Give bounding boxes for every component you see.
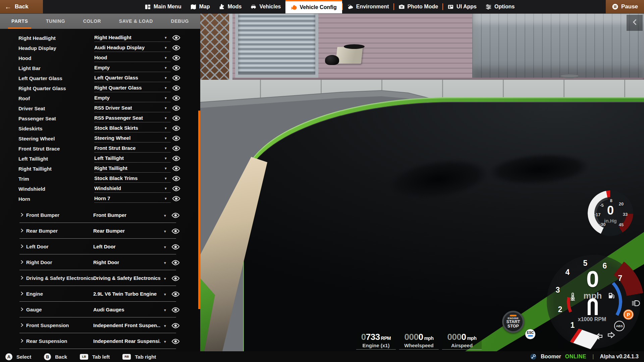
expand-chevron-icon[interactable] — [20, 212, 23, 218]
dropdown-caret-icon[interactable]: ▼ — [163, 324, 167, 328]
visibility-eye-icon[interactable] — [172, 45, 181, 51]
collapse-panel-button[interactable] — [627, 15, 643, 31]
visibility-eye-icon[interactable] — [171, 307, 180, 313]
part-group-row-gauge[interactable]: GaugeAudi Gauges▼ — [19, 302, 176, 317]
part-row-roof[interactable]: RoofEmpty▼ — [0, 93, 200, 103]
part-dropdown[interactable]: Horn 7 — [94, 194, 171, 203]
part-row-trim[interactable]: TrimStock Black Trims▼ — [0, 174, 200, 184]
part-row-light-bar[interactable]: Light BarEmpty▼ — [0, 63, 200, 73]
back-button[interactable]: ← Back — [0, 0, 43, 13]
expand-chevron-icon[interactable] — [20, 275, 23, 281]
dropdown-caret-icon[interactable]: ▼ — [163, 230, 167, 233]
visibility-eye-icon[interactable] — [172, 145, 181, 151]
part-dropdown[interactable]: Stock Black Skirts — [94, 124, 171, 132]
expand-chevron-icon[interactable] — [20, 259, 23, 265]
part-dropdown[interactable]: Steering Wheel — [94, 134, 171, 142]
menu-item-map[interactable]: Map — [186, 0, 214, 13]
part-dropdown[interactable]: Hood — [94, 54, 171, 62]
part-dropdown[interactable]: Left Taillight — [94, 154, 171, 163]
menu-item-mods[interactable]: Mods — [214, 0, 246, 13]
part-row-steering-wheel[interactable]: Steering WheelSteering Wheel▼ — [0, 133, 200, 143]
visibility-eye-icon[interactable] — [172, 75, 181, 81]
part-group-row-driving-safety-electronics[interactable]: Driving & Safety ElectronicsDriving & Sa… — [19, 270, 176, 286]
dropdown-caret-icon[interactable]: ▼ — [163, 245, 167, 249]
tab-color[interactable]: COLOR — [81, 13, 103, 29]
visibility-eye-icon[interactable] — [171, 291, 180, 297]
part-dropdown[interactable]: Right Headlight — [94, 34, 171, 42]
part-row-headup-display[interactable]: Headup DisplayAudi Headup Display▼ — [0, 43, 200, 53]
tab-debug[interactable]: DEBUG — [169, 13, 191, 29]
dropdown-caret-icon[interactable]: ▼ — [163, 277, 167, 281]
part-dropdown[interactable]: Windshield — [94, 184, 171, 193]
visibility-eye-icon[interactable] — [171, 339, 180, 344]
menu-item-vehicle-config[interactable]: Vehicle Config — [285, 0, 342, 13]
part-dropdown[interactable]: Right Quarter Glass — [94, 84, 171, 92]
dropdown-caret-icon[interactable]: ▼ — [163, 214, 167, 218]
menu-item-main-menu[interactable]: Main Menu — [140, 0, 186, 13]
dropdown-caret-icon[interactable]: ▼ — [164, 36, 167, 40]
visibility-eye-icon[interactable] — [172, 186, 181, 191]
part-dropdown[interactable]: Right Taillight — [94, 164, 171, 173]
visibility-eye-icon[interactable] — [172, 95, 181, 101]
pause-button[interactable]: Pause — [606, 0, 644, 13]
part-group-row-rear-bumper[interactable]: Rear BumperRear Bumper▼ — [19, 223, 176, 239]
dropdown-caret-icon[interactable]: ▼ — [163, 261, 167, 265]
part-group-row-rear-suspension[interactable]: Rear SuspensionIndependent Rear Suspensi… — [19, 333, 176, 349]
dropdown-caret-icon[interactable]: ▼ — [164, 116, 167, 120]
part-row-right-taillight[interactable]: Right TaillightRight Taillight▼ — [0, 164, 200, 174]
visibility-eye-icon[interactable] — [172, 105, 181, 111]
expand-chevron-icon[interactable] — [20, 322, 23, 328]
part-row-front-strut-brace[interactable]: Front Strut BraceFront Strut Brace▼ — [0, 143, 200, 154]
visibility-eye-icon[interactable] — [172, 65, 181, 71]
menu-item-vehicles[interactable]: Vehicles — [246, 0, 285, 13]
dropdown-caret-icon[interactable]: ▼ — [164, 157, 167, 160]
visibility-eye-icon[interactable] — [172, 35, 181, 41]
dropdown-caret-icon[interactable]: ▼ — [164, 96, 167, 100]
visibility-eye-icon[interactable] — [171, 213, 180, 218]
part-row-sideskirts[interactable]: SideskirtsStock Black Skirts▼ — [0, 123, 200, 133]
dropdown-caret-icon[interactable]: ▼ — [164, 86, 167, 90]
visibility-eye-icon[interactable] — [172, 115, 181, 121]
part-dropdown[interactable]: Left Quarter Glass — [94, 74, 171, 82]
engine-start-stop-button[interactable]: ENGINE START STOP — [502, 311, 524, 333]
part-row-left-quarter-glass[interactable]: Left Quarter GlassLeft Quarter Glass▼ — [0, 73, 200, 83]
visibility-eye-icon[interactable] — [171, 323, 180, 328]
visibility-eye-icon[interactable] — [172, 85, 181, 91]
dropdown-caret-icon[interactable]: ▼ — [163, 340, 167, 344]
dropdown-caret-icon[interactable]: ▼ — [164, 177, 167, 180]
dropdown-caret-icon[interactable]: ▼ — [164, 106, 167, 110]
expand-chevron-icon[interactable] — [20, 338, 23, 344]
part-dropdown[interactable]: Front Strut Brace — [94, 144, 171, 153]
part-dropdown[interactable]: Empty — [94, 64, 171, 72]
panel-scrollbar[interactable] — [198, 111, 200, 309]
dropdown-caret-icon[interactable]: ▼ — [164, 76, 167, 80]
tab-save-load[interactable]: SAVE & LOAD — [117, 13, 155, 29]
visibility-eye-icon[interactable] — [172, 135, 181, 141]
menu-item-photo-mode[interactable]: Photo Mode — [394, 0, 443, 13]
dropdown-caret-icon[interactable]: ▼ — [164, 66, 167, 70]
part-dropdown[interactable]: RS5 Passenger Seat — [94, 114, 171, 122]
dropdown-caret-icon[interactable]: ▼ — [164, 167, 167, 170]
part-dropdown[interactable]: Stock Black Trims — [94, 174, 171, 183]
dropdown-caret-icon[interactable]: ▼ — [163, 308, 167, 312]
menu-item-options[interactable]: Options — [481, 0, 519, 13]
tab-parts[interactable]: PARTS — [9, 13, 30, 29]
dropdown-caret-icon[interactable]: ▼ — [163, 293, 167, 296]
visibility-eye-icon[interactable] — [171, 228, 180, 234]
part-row-right-quarter-glass[interactable]: Right Quarter GlassRight Quarter Glass▼ — [0, 83, 200, 93]
dropdown-caret-icon[interactable]: ▼ — [164, 146, 167, 150]
part-dropdown[interactable]: RS5 Driver Seat — [94, 104, 171, 112]
part-group-row-front-bumper[interactable]: Front BumperFront Bumper▼ — [19, 207, 176, 223]
expand-chevron-icon[interactable] — [20, 291, 23, 296]
visibility-eye-icon[interactable] — [171, 260, 180, 265]
visibility-eye-icon[interactable] — [171, 244, 180, 250]
dropdown-caret-icon[interactable]: ▼ — [164, 197, 167, 200]
part-row-horn[interactable]: HornHorn 7▼ — [0, 194, 200, 204]
part-row-windshield[interactable]: WindshieldWindshield▼ — [0, 184, 200, 194]
menu-item-environment[interactable]: Environment — [343, 0, 393, 13]
dropdown-caret-icon[interactable]: ▼ — [164, 126, 167, 130]
dropdown-caret-icon[interactable]: ▼ — [164, 136, 167, 140]
dropdown-caret-icon[interactable]: ▼ — [164, 56, 167, 60]
visibility-eye-icon[interactable] — [172, 55, 181, 61]
part-dropdown[interactable]: Empty — [94, 94, 171, 102]
